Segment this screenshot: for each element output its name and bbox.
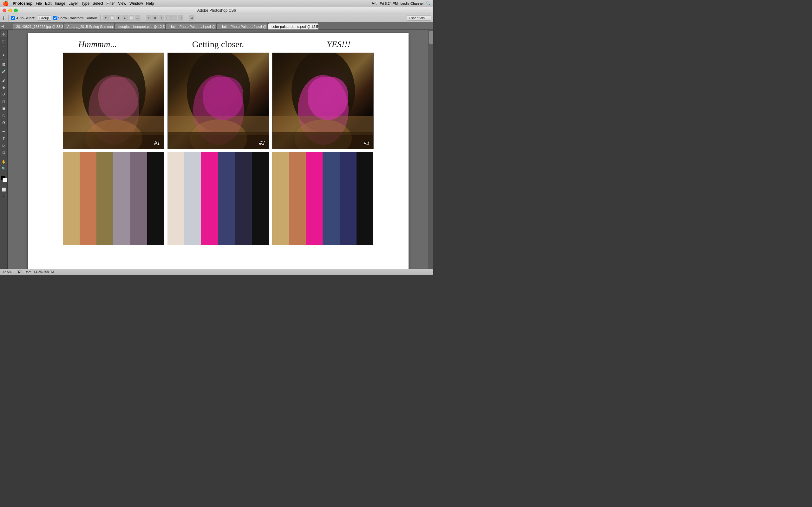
- right-scrollbar[interactable]: [428, 30, 433, 269]
- align-right-icon[interactable]: ➡: [135, 15, 141, 21]
- menubar: 🍎 Photoshop File Edit Image Layer Type S…: [0, 0, 433, 7]
- auto-select-checkbox[interactable]: [11, 16, 15, 20]
- minimize-button[interactable]: [8, 9, 12, 12]
- photo-1: [63, 53, 164, 149]
- heading-3: YES!!!: [285, 39, 393, 49]
- menu-edit[interactable]: Edit: [45, 1, 52, 6]
- tab-4[interactable]: Hatim Photo Palate #2.psd @ ... ✕: [217, 23, 268, 30]
- dist-top-icon[interactable]: ⊤: [146, 15, 152, 21]
- shape-tool[interactable]: □: [1, 149, 7, 156]
- tool-separator-1: [1, 60, 7, 60]
- image-number-1: #1: [154, 140, 160, 147]
- hand-tool[interactable]: ✋: [1, 158, 7, 165]
- auto-select-label: Auto-Select:: [11, 16, 35, 20]
- distribute-icons: ⊤ ≡ ⊥ ⊢ ⊣ ⊣: [146, 15, 183, 21]
- swatches-row: [38, 152, 399, 245]
- photo-2: [168, 53, 269, 149]
- menu-image[interactable]: Image: [55, 1, 65, 6]
- menu-type[interactable]: Type: [81, 1, 90, 6]
- brush-tool[interactable]: 🖌: [1, 77, 7, 83]
- background-color[interactable]: [3, 178, 7, 182]
- move-tool-icon: ✛: [2, 15, 6, 20]
- options-bar: ✛ Auto-Select: Group Show Transform Cont…: [0, 14, 433, 22]
- dist-bottom-icon[interactable]: ⊥: [159, 15, 164, 21]
- tab-2[interactable]: douglass bouquet.psd @ 12.5... ✕: [115, 23, 165, 30]
- path-select-tool[interactable]: ▷: [1, 142, 7, 149]
- lasso-tool[interactable]: ⌒: [1, 45, 7, 51]
- menu-filter[interactable]: Filter: [106, 1, 115, 6]
- swatch-3-1: [272, 152, 289, 245]
- menu-file[interactable]: File: [36, 1, 42, 6]
- history-brush-tool[interactable]: ↺: [1, 91, 7, 98]
- left-toolbar: ✛ ⬚ ⌒ ✦ ⊡ 💉 🖌 ⊕ ↺ ◻ ▣ ◌ ◔ ✒ T ▷ □ ✋ 🔍 ⬜ …: [0, 30, 8, 269]
- swatch-2-1: [167, 152, 184, 245]
- blur-tool[interactable]: ◌: [1, 112, 7, 118]
- magic-wand-tool[interactable]: ✦: [1, 52, 7, 58]
- crop-tool[interactable]: ⊡: [1, 61, 7, 67]
- heading-1: Hmmmm...: [44, 39, 152, 49]
- status-bar: 12.5% ▶ Doc: 144.2M/158.9M: [0, 269, 433, 275]
- menu-view[interactable]: View: [118, 1, 126, 6]
- align-top-icon[interactable]: ⬆: [103, 15, 109, 21]
- images-row: #1 #2: [38, 53, 399, 149]
- gradient-tool[interactable]: ▣: [1, 105, 7, 112]
- quick-mask-tool[interactable]: ⬜: [1, 186, 7, 193]
- text-tool[interactable]: T: [1, 135, 7, 142]
- foreground-background-colors[interactable]: [1, 176, 7, 182]
- tool-separator-3: [1, 127, 7, 127]
- close-button[interactable]: [3, 9, 6, 12]
- ps-canvas: Hmmmm... Getting closer. YES!!!: [28, 33, 409, 269]
- dist-hcenter-icon[interactable]: ⊣: [171, 15, 177, 21]
- menu-photoshop[interactable]: Photoshop: [13, 1, 33, 6]
- tab-1[interactable]: Arcana_2015 Spring Summer.tif ✕: [64, 23, 114, 30]
- transform-controls-checkbox[interactable]: [53, 16, 57, 20]
- align-hcenter-icon[interactable]: ⬜: [129, 15, 134, 21]
- photo3-overlay: [272, 53, 373, 149]
- group-dropdown[interactable]: Group: [37, 15, 51, 20]
- swatch-2-4: [218, 152, 235, 245]
- menu-layer[interactable]: Layer: [68, 1, 78, 6]
- swatch-3-4: [322, 152, 339, 245]
- tab-3[interactable]: Hatim Photo Palate #1.psd @ ... ✕: [166, 23, 217, 30]
- align-bottom-icon[interactable]: ⬇: [116, 15, 121, 21]
- svg-rect-4: [63, 132, 164, 149]
- tab-5[interactable]: color palate demo.psd @ 12.5% (RGB/8) ✕: [268, 23, 319, 30]
- scrollbar-thumb[interactable]: [429, 31, 433, 44]
- move-tool[interactable]: ✛: [1, 31, 7, 38]
- selection-tool[interactable]: ⬚: [1, 38, 7, 44]
- arrange-icon[interactable]: ⧉: [189, 15, 194, 21]
- menu-select[interactable]: Select: [93, 1, 103, 6]
- status-progress-button[interactable]: ▶: [17, 270, 22, 274]
- separator4: [186, 15, 186, 21]
- screen-mode-tool[interactable]: ⬛: [1, 193, 7, 200]
- swatch-1-6: [147, 152, 164, 245]
- maximize-button[interactable]: [14, 9, 18, 12]
- image-number-2: #2: [259, 140, 265, 147]
- dist-left-icon[interactable]: ⊢: [165, 15, 171, 21]
- eyedropper-tool[interactable]: 💉: [1, 68, 7, 74]
- tab-scroll-left[interactable]: ◀: [1, 24, 4, 27]
- pen-tool[interactable]: ✒: [1, 128, 7, 135]
- swatch-3-5: [340, 152, 357, 245]
- photo-3: [272, 53, 373, 149]
- dist-right-icon[interactable]: ⊣: [177, 15, 183, 21]
- align-vcenter-icon[interactable]: ⬜: [109, 15, 115, 21]
- dodge-tool[interactable]: ◔: [1, 119, 7, 125]
- search-icon[interactable]: 🔍: [426, 1, 431, 6]
- svg-rect-9: [168, 132, 269, 149]
- tabs-bar: ◀ 20140821_163222.jpg @ 33.3... ✕ Arcana…: [0, 22, 433, 30]
- eraser-tool[interactable]: ◻: [1, 98, 7, 105]
- apple-menu[interactable]: 🍎: [3, 0, 9, 6]
- dist-vcenter-icon[interactable]: ≡: [152, 15, 158, 21]
- essentials-dropdown[interactable]: Essentials: [407, 15, 432, 20]
- zoom-tool[interactable]: 🔍: [1, 165, 7, 172]
- tab-0[interactable]: 20140821_163222.jpg @ 33.3... ✕: [13, 23, 63, 30]
- menu-help[interactable]: Help: [146, 1, 154, 6]
- separator: [8, 15, 9, 21]
- menu-window[interactable]: Window: [130, 1, 143, 6]
- align-left-icon[interactable]: ⬅: [122, 15, 128, 21]
- stamp-tool[interactable]: ⊕: [1, 84, 7, 91]
- image-number-3: #3: [364, 140, 369, 147]
- tool-separator-6: [1, 185, 7, 185]
- menubar-right: Ai 5 Fri 5:24 PM Leslie Channel 🔍: [372, 1, 431, 6]
